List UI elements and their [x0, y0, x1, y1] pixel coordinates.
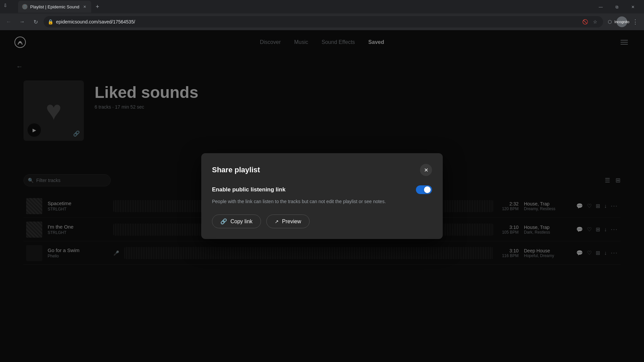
back-nav-button[interactable]: ← — [3, 16, 14, 27]
toggle-description: People with the link can listen to the t… — [212, 198, 432, 205]
browser-chrome: ⇩ 🎵 Playlist | Epidemic Sound ✕ + — ⧉ ✕ … — [0, 0, 644, 30]
preview-label: Preview — [282, 219, 301, 225]
new-tab-button[interactable]: + — [93, 2, 102, 11]
address-bar-row: ← → ↻ 🔒 epidemicsound.com/saved/17564535… — [0, 13, 644, 30]
close-icon: ✕ — [424, 167, 428, 173]
close-button[interactable]: ✕ — [625, 2, 641, 12]
minimize-button[interactable]: — — [593, 2, 608, 12]
tab-title: Playlist | Epidemic Sound — [30, 4, 79, 9]
active-tab[interactable]: 🎵 Playlist | Epidemic Sound ✕ — [18, 1, 91, 13]
preview-button[interactable]: ↗ Preview — [266, 215, 310, 228]
modal-overlay[interactable]: Share playlist ✕ Enable public listening… — [0, 30, 644, 362]
link-icon: 🔗 — [220, 218, 227, 225]
tab-favicon: 🎵 — [22, 4, 28, 9]
address-bar-icons: 🚫 ☆ — [581, 18, 599, 26]
toggle-row: Enable public listening link — [212, 185, 432, 194]
forward-nav-button[interactable]: → — [17, 16, 28, 27]
copy-link-label: Copy link — [230, 219, 253, 225]
tabs-dropdown[interactable]: ⇩ — [3, 3, 7, 8]
tab-bar: ⇩ 🎵 Playlist | Epidemic Sound ✕ + — ⧉ ✕ — [0, 0, 644, 13]
bookmark-icon[interactable]: ☆ — [591, 18, 599, 26]
tab-close-button[interactable]: ✕ — [82, 4, 87, 9]
modal-actions: 🔗 Copy link ↗ Preview — [212, 215, 432, 228]
extensions-icon[interactable]: ⬡ — [606, 18, 614, 26]
share-playlist-modal: Share playlist ✕ Enable public listening… — [201, 153, 443, 239]
app-container: Discover Music Sound Effects Saved ← ♥ ▶… — [0, 30, 644, 362]
incognito-label: Incognito — [614, 20, 630, 24]
lock-icon: 🔒 — [48, 19, 53, 24]
refresh-button[interactable]: ↻ — [30, 16, 41, 27]
modal-title: Share playlist — [212, 166, 260, 174]
maximize-button[interactable]: ⧉ — [609, 2, 625, 12]
url-display: epidemicsound.com/saved/17564535/ — [56, 19, 578, 24]
toggle-switch[interactable] — [416, 185, 432, 194]
modal-header: Share playlist ✕ — [212, 164, 432, 176]
address-bar[interactable]: 🔒 epidemicsound.com/saved/17564535/ 🚫 ☆ — [44, 16, 603, 27]
modal-close-button[interactable]: ✕ — [420, 164, 432, 176]
copy-link-button[interactable]: 🔗 Copy link — [212, 215, 261, 228]
toggle-label: Enable public listening link — [212, 186, 285, 193]
camera-off-icon: 🚫 — [581, 18, 589, 26]
toggle-knob — [424, 186, 431, 193]
profile-button[interactable]: Incognito — [616, 16, 627, 27]
window-controls: — ⧉ ✕ — [593, 2, 641, 12]
external-link-icon: ↗ — [275, 219, 279, 224]
menu-button[interactable]: ⋮ — [630, 16, 641, 27]
